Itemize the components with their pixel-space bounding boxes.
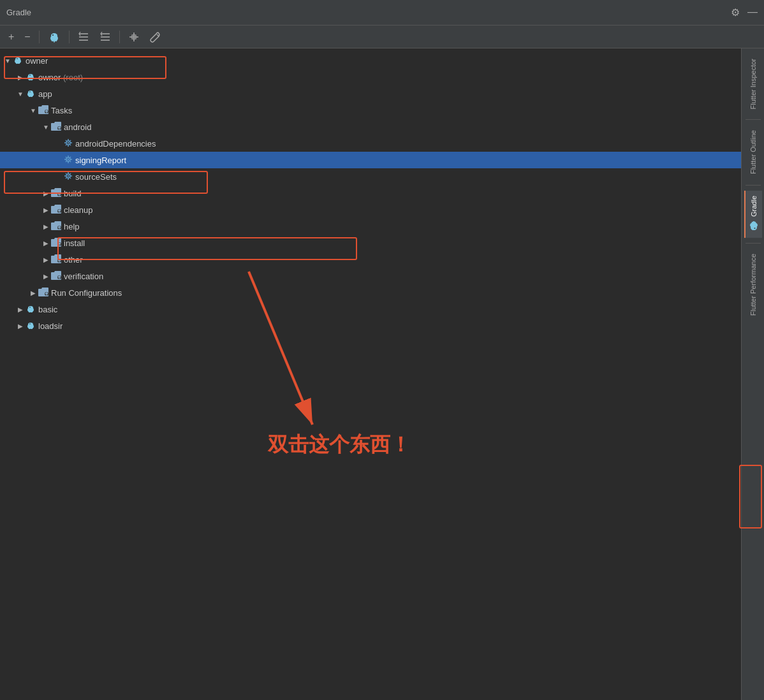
collapse-all-button[interactable]	[75, 30, 92, 44]
center-button[interactable]	[125, 30, 143, 44]
wrench-button[interactable]	[147, 30, 165, 44]
tree-arrow-install: ▶	[41, 240, 51, 247]
tree-row-signingReport[interactable]: signingReport	[0, 152, 741, 168]
svg-line-59	[66, 173, 67, 174]
svg-point-3	[55, 38, 57, 41]
svg-line-62	[66, 177, 67, 179]
title-bar-icons: ⚙ —	[731, 6, 758, 18]
sidebar-item-flutter-performance[interactable]: Flutter Performance	[747, 249, 760, 321]
tree-row-android[interactable]: ▼ android	[0, 119, 741, 135]
svg-point-2	[51, 38, 53, 41]
svg-line-51	[70, 156, 71, 157]
gear-icon-signingReport	[64, 155, 73, 166]
gear-icon-androidDependencies	[64, 138, 73, 149]
tree-row-verification[interactable]: ▶ verification	[0, 268, 741, 284]
svg-point-5	[52, 34, 54, 36]
elephant-small-icon	[13, 55, 23, 65]
tree-label-androidDependencies: androidDependencies	[75, 139, 156, 149]
tree-row-loadsir[interactable]: ▶ loadsir	[0, 317, 741, 334]
expand-all-button[interactable]	[96, 30, 114, 44]
gradle-icon-owner	[13, 55, 23, 67]
svg-point-24	[31, 77, 33, 80]
add-button[interactable]: +	[5, 30, 17, 44]
tree-label-install: install	[64, 238, 85, 248]
tree-arrow-cleanup: ▶	[41, 207, 51, 214]
svg-point-71	[28, 306, 33, 310]
tree-row-build[interactable]: ▶ build	[0, 185, 741, 201]
tree-panel[interactable]: ▼ owner ▶	[0, 48, 741, 700]
gradle-elephant-button[interactable]	[45, 29, 64, 45]
sidebar-divider-2	[746, 185, 761, 186]
tree-arrow-basic: ▶	[15, 306, 26, 313]
remove-button[interactable]: −	[21, 30, 33, 44]
svg-point-28	[29, 94, 30, 96]
svg-line-49	[66, 156, 67, 157]
svg-line-15	[157, 34, 159, 36]
tree-row-install[interactable]: ▶ install	[0, 235, 741, 251]
tree-row-cleanup[interactable]: ▶ cleanup	[0, 201, 741, 218]
folder-icon-other	[51, 254, 61, 265]
svg-line-41	[70, 140, 71, 141]
svg-point-30	[29, 91, 31, 92]
tree-row-owner-root[interactable]: ▶ owner (root)	[0, 69, 741, 85]
tree-row-owner[interactable]: ▼ owner	[0, 52, 741, 69]
tree-label-help: help	[64, 222, 80, 231]
gear-icon[interactable]: ⚙	[731, 6, 740, 18]
svg-point-79	[29, 323, 31, 324]
svg-point-19	[18, 61, 20, 63]
svg-point-27	[28, 91, 33, 94]
tree-row-basic[interactable]: ▶ basic	[0, 301, 741, 317]
sidebar-item-flutter-outline[interactable]: Flutter Outline	[747, 125, 760, 179]
tree-label-basic: basic	[38, 305, 57, 314]
gradle-tab-container: Gradle	[744, 191, 762, 238]
tree-arrow-build: ▶	[41, 190, 51, 197]
tree-arrow-android: ▼	[41, 124, 51, 131]
tree-arrow-runConfigurations: ▶	[28, 289, 38, 296]
folder-icon-cleanup	[51, 205, 61, 215]
tree-row-runConfigurations[interactable]: ▶ Run Configurations	[0, 284, 741, 301]
collapse-all-icon	[78, 31, 89, 43]
tree-label-tasks: Tasks	[51, 106, 72, 115]
svg-point-25	[29, 75, 31, 76]
svg-line-42	[66, 144, 67, 145]
tree-arrow-other: ▶	[41, 256, 51, 263]
folder-icon-verification	[51, 271, 61, 282]
minimize-icon[interactable]: —	[747, 6, 758, 18]
title-bar-title: Gradle	[6, 8, 731, 17]
svg-point-78	[31, 326, 33, 328]
svg-point-18	[16, 61, 17, 63]
sidebar-divider-1	[746, 119, 761, 120]
gradle-icon-basic	[26, 303, 36, 316]
svg-point-73	[31, 309, 33, 312]
tree-row-sourceSets[interactable]: sourceSets	[0, 168, 741, 185]
sidebar-item-gradle[interactable]: Gradle	[744, 191, 762, 238]
svg-point-74	[29, 307, 31, 308]
expand-all-icon	[99, 31, 111, 43]
gradle-elephant-sidebar-icon	[748, 221, 760, 233]
tree-row-other[interactable]: ▶ other	[0, 251, 741, 268]
gear-icon-sourceSets	[64, 171, 73, 182]
sidebar-divider-3	[746, 243, 761, 244]
toolbar-separator-3	[119, 31, 120, 43]
tree-arrow-owner: ▼	[3, 57, 13, 64]
svg-point-1	[51, 33, 57, 38]
tree-row-help[interactable]: ▶ help	[0, 218, 741, 235]
folder-icon-help	[51, 221, 61, 232]
tree-arrow-tasks: ▼	[28, 107, 38, 114]
tree-label-owner: owner	[26, 56, 48, 66]
tree-label-cleanup: cleanup	[64, 205, 93, 215]
svg-line-60	[70, 177, 71, 179]
folder-icon-android	[51, 122, 61, 133]
folder-icon-runConfigurations	[38, 288, 48, 298]
gradle-tab-highlight-box	[739, 465, 762, 529]
tree-row-tasks[interactable]: ▼ Tasks	[0, 102, 741, 119]
sidebar-item-flutter-inspector[interactable]: Flutter Inspector	[747, 54, 760, 114]
tree-label-app: app	[38, 89, 52, 99]
tree-row-androidDependencies[interactable]: androidDependencies	[0, 135, 741, 152]
toolbar-separator-1	[39, 31, 40, 43]
wrench-icon	[150, 31, 161, 43]
svg-line-40	[70, 144, 71, 145]
tree-row-app[interactable]: ▼ app	[0, 85, 741, 102]
main-layout: ▼ owner ▶	[0, 48, 764, 700]
svg-point-17	[15, 57, 20, 61]
